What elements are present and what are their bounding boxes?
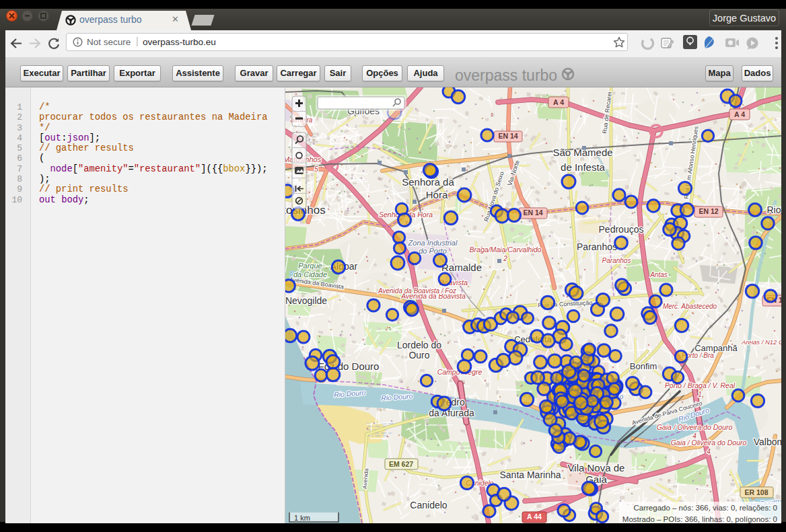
svg-text:4: 4 [707, 448, 711, 455]
svg-text:Nevogilde: Nevogilde [285, 295, 327, 306]
svg-text:Gaia / Oliveira do Douro: Gaia / Oliveira do Douro [657, 423, 733, 431]
svg-text:A 4: A 4 [734, 110, 745, 118]
svg-text:de Infesta: de Infesta [561, 161, 606, 173]
svg-text:EN 14: EN 14 [498, 132, 517, 140]
svg-text:Hora: Hora [426, 189, 448, 200]
svg-text:Rio: Rio [766, 204, 781, 215]
svg-text:Ouro: Ouro [408, 350, 429, 360]
svg-text:Paranhos: Paranhos [577, 241, 617, 252]
svg-text:2: 2 [503, 255, 507, 262]
svg-text:A 4: A 4 [553, 98, 564, 106]
svg-text:A 44: A 44 [527, 512, 542, 521]
svg-text:da Afurada: da Afurada [429, 408, 474, 418]
svg-text:Mostrado – POIs: 366, linhas:: Mostrado – POIs: 366, linhas: 0, polígon… [622, 515, 777, 523]
svg-text:Santa Marinha: Santa Marinha [499, 469, 561, 480]
svg-text:Pedrouços: Pedrouços [599, 224, 644, 235]
svg-text:Antas: Antas [649, 271, 668, 278]
svg-text:EN 12: EN 12 [699, 207, 718, 215]
svg-text:1: 1 [698, 391, 702, 398]
svg-text:Lordelo do: Lordelo do [397, 340, 441, 350]
svg-text:Avenida da Boavista / Foz: Avenida da Boavista / Foz [378, 287, 456, 295]
svg-text:1 km: 1 km [294, 514, 310, 522]
svg-text:Braga/Maia/Carvalhido: Braga/Maia/Carvalhido [470, 245, 542, 254]
svg-text:Merc. Abastecedo: Merc. Abastecedo [663, 303, 717, 310]
svg-text:EM 627: EM 627 [389, 460, 413, 468]
svg-text:São Mamede: São Mamede [552, 147, 612, 158]
svg-text:ER 108: ER 108 [744, 488, 768, 496]
svg-text:Paranhos: Paranhos [602, 257, 631, 264]
svg-text:Gaia / Oliveira do Douro: Gaia / Oliveira do Douro [671, 439, 747, 447]
svg-text:Carregado – nós: 366, vias: 0,: Carregado – nós: 366, vias: 0, relações:… [633, 504, 777, 512]
svg-text:Parque: Parque [298, 262, 322, 270]
svg-text:Ramalde: Ramalde [441, 262, 482, 273]
svg-text:Vila Nova de: Vila Nova de [568, 462, 625, 473]
svg-text:Bonfim: Bonfim [630, 361, 657, 371]
svg-text:Zona Industrial: Zona Industrial [408, 239, 458, 247]
svg-text:Valbom: Valbom [754, 436, 781, 447]
svg-text:Canidelo: Canidelo [410, 500, 447, 510]
svg-text:5: 5 [314, 165, 318, 173]
svg-text:Areias / N12 C: Areias / N12 C [741, 338, 781, 346]
svg-text:EN 14: EN 14 [523, 208, 542, 217]
